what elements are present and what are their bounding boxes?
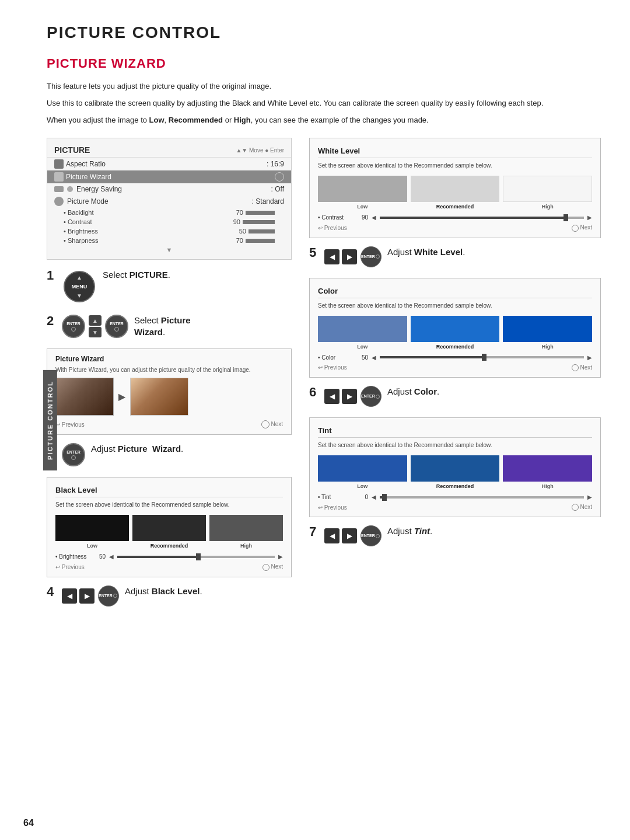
cl-low-label: Low: [357, 344, 368, 350]
wl-low-sample: Low: [318, 176, 407, 210]
step5-enter: ENTER: [360, 246, 382, 267]
white-level-slider: • Contrast 90 ◀ ▶: [318, 214, 592, 221]
wl-low-label: Low: [357, 204, 368, 210]
step-4: 4 ◀ ▶ ENTER Adjust Black Level.: [47, 585, 292, 607]
wizard-images: ▶: [55, 378, 283, 416]
tl-high-label: High: [542, 483, 554, 489]
color-slider: • Color 50 ◀ ▶: [318, 354, 592, 361]
white-level-title: White Level: [318, 144, 592, 158]
bl-high-bar: [209, 515, 283, 541]
step2-controls: ENTER ▲ ▼ ENTER: [62, 315, 128, 338]
bl-rec-label: Recommended: [150, 543, 188, 549]
backlight-value: 70: [236, 209, 243, 216]
tint-slider-thumb: [382, 494, 387, 501]
contrast-value: 90: [233, 218, 240, 225]
wl-slider-track: [380, 217, 584, 219]
step7-number: 7: [309, 525, 318, 538]
white-level-panel: White Level Set the screen above identic…: [309, 138, 601, 238]
color-title: Color: [318, 284, 592, 298]
bl-slider-right: ▶: [278, 553, 283, 560]
cl-rec-sample: Recommended: [411, 316, 500, 350]
energy-value: : Off: [271, 185, 284, 193]
bl-low-sample: Low: [55, 515, 129, 549]
wl-low-bar: [318, 176, 407, 202]
bl-prev: ↩ Previous: [55, 564, 85, 570]
step4-text: Adjust Black Level.: [125, 585, 202, 597]
step7-left: ◀: [324, 528, 340, 543]
tint-slider-track: [380, 496, 584, 499]
tint-desc: Set the screen above identical to the Re…: [318, 441, 592, 449]
step-2: 2 ENTER ▲ ▼ ENTER Select Pi: [47, 315, 292, 338]
wizard-prev: ↩ Previous: [55, 421, 85, 428]
bl-high-sample: High: [209, 515, 283, 549]
tint-slider-value: 0: [356, 494, 368, 500]
step7-enter: ENTER: [360, 525, 382, 546]
mode-value: : Standard: [252, 197, 284, 205]
wizard-footer: ↩ Previous Next: [55, 420, 283, 428]
backlight-label: • Backlight: [64, 209, 94, 216]
brightness-label: • Brightness: [64, 228, 98, 235]
wl-next: Next: [572, 224, 592, 231]
bl-high-label: High: [240, 543, 252, 549]
wl-rec-label: Recommended: [436, 204, 474, 210]
tl-rec-bar: [411, 455, 500, 482]
page-number: 64: [23, 818, 34, 828]
bl-slider-left: ◀: [109, 553, 114, 560]
cl-low-bar: [318, 316, 407, 342]
step4-left: ◀: [62, 588, 77, 604]
step6-enter: ENTER: [360, 386, 382, 407]
bl-slider-track: [117, 556, 275, 558]
cl-rec-label: Recommended: [436, 344, 474, 350]
step1-number: 1: [47, 269, 56, 282]
submenu-brightness: • Brightness 50: [47, 226, 291, 236]
wl-slider-thumb: [564, 214, 568, 221]
tl-low-bar: [318, 455, 407, 482]
tint-slider-left: ◀: [372, 494, 376, 500]
step6-left: ◀: [324, 389, 340, 404]
menu-row-mode: Picture Mode : Standard: [47, 195, 291, 208]
mode-label: Picture Mode: [67, 197, 108, 205]
contrast-label: • Contrast: [64, 218, 92, 225]
wl-slider-left: ◀: [372, 214, 376, 221]
step7-text: Adjust Tint.: [387, 525, 432, 537]
tint-next: Next: [572, 504, 592, 511]
aspect-value: : 16:9: [267, 160, 284, 168]
menu-mockup: PICTURE ▲▼ Move ● Enter Aspect Ratio : 1…: [47, 138, 292, 260]
tint-footer: ↩ Previous Next: [318, 504, 592, 511]
menu-row-aspect: Aspect Ratio : 16:9: [47, 158, 291, 170]
step1-text: Select PICTURE.: [103, 269, 170, 281]
cl-high-label: High: [542, 344, 554, 350]
black-level-panel: Black Level Set the screen above identic…: [47, 477, 292, 577]
wizard-img-before: [55, 378, 114, 416]
section-title: PICTURE WIZARD: [47, 56, 601, 71]
color-slider-value: 50: [356, 354, 368, 361]
bl-next: Next: [262, 563, 283, 570]
step1-controls: ▲ ▼ MENU: [62, 269, 97, 304]
step4-right: ▶: [79, 588, 94, 604]
color-panel: Color Set the screen above identical to …: [309, 278, 601, 378]
menu-title: PICTURE: [54, 145, 90, 155]
color-slider-track: [380, 356, 584, 358]
brightness-value: 50: [239, 228, 246, 235]
color-prev: ↩ Previous: [318, 364, 347, 371]
tint-samples: Low Recommended High: [318, 455, 592, 489]
cl-high-bar: [503, 316, 592, 342]
energy-label: Energy Saving: [76, 185, 122, 193]
tint-title: Tint: [318, 424, 592, 438]
color-slider-left: ◀: [372, 354, 376, 361]
submenu-contrast: • Contrast 90: [47, 217, 291, 226]
bl-rec-sample: Recommended: [132, 515, 206, 549]
menu-row-energy: Energy Saving : Off: [47, 183, 291, 195]
step2-text: Select PictureWizard.: [134, 315, 191, 337]
color-next: Next: [572, 364, 592, 371]
submenu-sharpness: • Sharpness 70: [47, 236, 291, 245]
wl-rec-bar: [411, 176, 500, 202]
page-title: PICTURE CONTROL: [47, 23, 601, 42]
wl-high-bar: [503, 176, 592, 202]
tl-rec-sample: Recommended: [411, 455, 500, 489]
tl-high-bar: [503, 455, 592, 482]
white-level-samples: Low Recommended High: [318, 176, 592, 210]
wizard-arrow: ▶: [118, 391, 125, 402]
step7-right: ▶: [342, 528, 357, 543]
tl-low-sample: Low: [318, 455, 407, 489]
